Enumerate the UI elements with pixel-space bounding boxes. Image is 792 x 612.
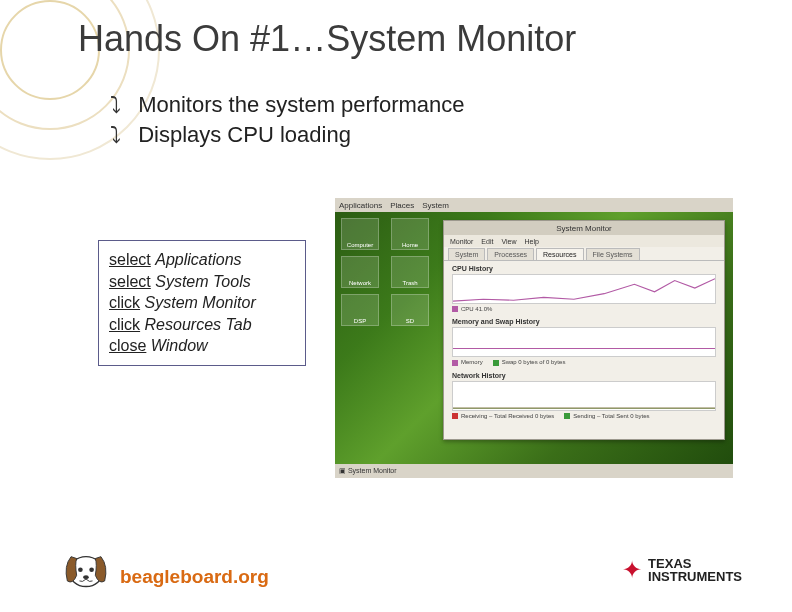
- menu-places[interactable]: Places: [390, 201, 414, 210]
- tab-filesystems[interactable]: File Systems: [586, 248, 640, 260]
- window-title: System Monitor: [556, 224, 612, 233]
- instruction-line: select Applications: [109, 249, 295, 271]
- window-title-bar[interactable]: System Monitor: [444, 221, 724, 235]
- ti-logo: ✦ TEXAS INSTRUMENTS: [622, 557, 742, 584]
- svg-point-1: [78, 567, 83, 572]
- ti-chip-icon: ✦: [622, 558, 642, 582]
- menu-system[interactable]: System: [422, 201, 449, 210]
- section-title: CPU History: [452, 265, 716, 272]
- window-menu-bar: Monitor Edit View Help: [444, 235, 724, 247]
- tab-bar: System Processes Resources File Systems: [444, 247, 724, 261]
- desktop-icon[interactable]: Trash: [391, 256, 429, 288]
- legend-item: Receiving – Total Received 0 bytes: [452, 413, 554, 419]
- taskbar-item[interactable]: ▣ System Monitor: [339, 467, 397, 475]
- desktop-icon[interactable]: SD: [391, 294, 429, 326]
- ti-text: TEXAS INSTRUMENTS: [648, 557, 742, 584]
- tab-processes[interactable]: Processes: [487, 248, 534, 260]
- tab-system[interactable]: System: [448, 248, 485, 260]
- desktop-icons: Computer Home Network Trash DSP SD: [341, 218, 431, 326]
- list-item: ⤵ Displays CPU loading: [110, 122, 465, 148]
- bullet-text: Monitors the system performance: [138, 92, 464, 117]
- beagle-dog-icon: [58, 538, 114, 594]
- menu-applications[interactable]: Applications: [339, 201, 382, 210]
- section-title: Network History: [452, 372, 716, 379]
- svg-point-3: [83, 575, 89, 579]
- instruction-line: click Resources Tab: [109, 314, 295, 336]
- memory-section: Memory and Swap History Memory Swap 0 by…: [444, 314, 724, 367]
- gnome-top-panel: Applications Places System: [335, 198, 733, 212]
- instruction-line: select System Tools: [109, 271, 295, 293]
- instruction-line: close Window: [109, 335, 295, 357]
- bullet-icon: ⤵: [110, 122, 132, 148]
- slide-title: Hands On #1…System Monitor: [78, 18, 576, 60]
- desktop-icon[interactable]: DSP: [341, 294, 379, 326]
- bullet-text: Displays CPU loading: [138, 122, 351, 147]
- bullet-icon: ⤵: [110, 92, 132, 118]
- desktop-icon[interactable]: Network: [341, 256, 379, 288]
- network-graph: [452, 381, 716, 411]
- bullet-list: ⤵ Monitors the system performance ⤵ Disp…: [110, 92, 465, 152]
- tab-resources[interactable]: Resources: [536, 248, 583, 260]
- menu-item[interactable]: Edit: [481, 238, 493, 245]
- menu-item[interactable]: Monitor: [450, 238, 473, 245]
- desktop-icon[interactable]: Computer: [341, 218, 379, 250]
- menu-item[interactable]: Help: [524, 238, 538, 245]
- gnome-bottom-panel: ▣ System Monitor: [335, 464, 733, 478]
- instruction-box: select Applications select System Tools …: [98, 240, 306, 366]
- cpu-graph: [452, 274, 716, 304]
- system-monitor-window: System Monitor Monitor Edit View Help Sy…: [443, 220, 725, 440]
- network-section: Network History Receiving – Total Receiv…: [444, 368, 724, 421]
- beagleboard-text: beagleboard.org: [120, 566, 269, 594]
- beagleboard-logo: beagleboard.org: [58, 538, 269, 594]
- legend-item: Memory: [452, 359, 483, 365]
- memory-graph: [452, 327, 716, 357]
- cpu-section: CPU History CPU 41.0%: [444, 261, 724, 314]
- desktop-icon[interactable]: Home: [391, 218, 429, 250]
- embedded-screenshot: Applications Places System Computer Home…: [335, 198, 733, 478]
- svg-point-2: [89, 567, 94, 572]
- legend-item: Swap 0 bytes of 0 bytes: [493, 359, 566, 365]
- menu-item[interactable]: View: [501, 238, 516, 245]
- legend-item: CPU 41.0%: [452, 306, 492, 312]
- legend-item: Sending – Total Sent 0 bytes: [564, 413, 649, 419]
- section-title: Memory and Swap History: [452, 318, 716, 325]
- list-item: ⤵ Monitors the system performance: [110, 92, 465, 118]
- instruction-line: click System Monitor: [109, 292, 295, 314]
